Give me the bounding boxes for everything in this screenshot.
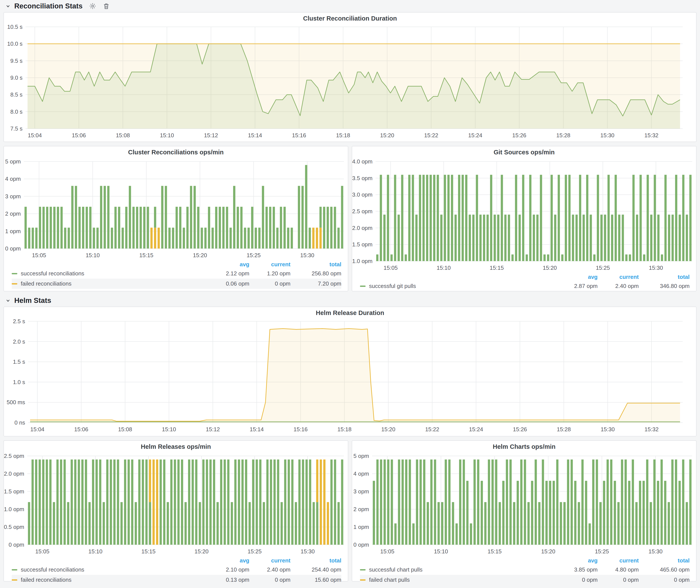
svg-text:8.5 s: 8.5 s	[10, 91, 23, 98]
svg-text:15:22: 15:22	[425, 426, 439, 433]
svg-text:500 ms: 500 ms	[7, 399, 25, 405]
svg-text:15:20: 15:20	[380, 132, 394, 139]
section-header-reconciliation-stats[interactable]: Reconciliation Stats	[3, 0, 697, 12]
helm-release-duration-chart[interactable]: 15:0415:0615:0815:1015:1215:1415:1615:18…	[4, 319, 696, 435]
legend-col-total[interactable]: total	[290, 557, 341, 564]
legend-label[interactable]: successful git pulls	[369, 283, 556, 289]
legend-value-avg: 2.10 opm	[208, 566, 249, 573]
svg-text:15:10: 15:10	[86, 252, 100, 258]
chevron-down-icon	[6, 298, 10, 303]
series-color-dash	[12, 283, 17, 284]
svg-text:15:15: 15:15	[139, 252, 153, 258]
legend: avg current total successful reconciliat…	[4, 556, 348, 585]
legend-col-avg[interactable]: avg	[208, 261, 249, 268]
svg-text:15:10: 15:10	[437, 265, 451, 271]
legend-col-avg[interactable]: avg	[556, 557, 598, 564]
svg-text:15:08: 15:08	[118, 426, 132, 433]
svg-text:15:14: 15:14	[248, 132, 262, 139]
panel-cluster-reconciliation-duration: Cluster Reconciliation Duration 15:0415:…	[3, 12, 697, 142]
legend-label[interactable]: failed chart pulls	[369, 577, 556, 583]
svg-text:15:28: 15:28	[557, 426, 571, 433]
legend-col-total[interactable]: total	[290, 261, 341, 268]
panel-title[interactable]: Helm Releases ops/min	[4, 441, 348, 452]
svg-text:15:08: 15:08	[116, 132, 130, 139]
svg-text:15:10: 15:10	[162, 426, 176, 433]
svg-text:1.5 opm: 1.5 opm	[4, 488, 24, 495]
git-sources-chart[interactable]: 15:0515:1015:1515:2015:2515:304.0 opm3.5…	[352, 158, 696, 272]
series-color-dash	[12, 273, 17, 274]
legend-value-total: 346.80 opm	[639, 283, 690, 289]
cluster-reconciliations-chart[interactable]: 15:0515:1015:1515:2015:2515:305 opm4 opm…	[4, 158, 348, 260]
svg-text:9.0 s: 9.0 s	[10, 74, 23, 81]
chevron-down-icon	[6, 4, 10, 8]
legend-row: successful reconciliations 2.10 opm 2.40…	[12, 565, 341, 575]
svg-text:15:25: 15:25	[596, 265, 610, 271]
helm-releases-chart[interactable]: 15:0515:1015:1515:2015:2515:302.5 opm2.0…	[4, 452, 348, 556]
svg-text:2.0 s: 2.0 s	[13, 338, 25, 345]
trash-icon[interactable]	[103, 3, 110, 10]
panel-helm-charts-opm: Helm Charts ops/min 15:0515:1015:1515:20…	[352, 440, 697, 582]
section-header-helm-stats[interactable]: Helm Stats	[3, 294, 697, 307]
series-color-dash	[360, 579, 366, 581]
legend: avg current total successful reconciliat…	[4, 260, 348, 291]
legend-value-current: 2.40 opm	[598, 283, 639, 289]
legend: avg current total successful chart pulls…	[352, 556, 696, 585]
panel-helm-release-duration: Helm Release Duration 15:0415:0615:0815:…	[3, 307, 697, 436]
svg-text:15:30: 15:30	[300, 252, 314, 258]
legend-value-current: 0 opm	[598, 577, 639, 583]
section-title: Reconciliation Stats	[14, 2, 82, 10]
svg-text:15:30: 15:30	[600, 132, 615, 139]
svg-text:0 opm: 0 opm	[5, 245, 21, 252]
svg-text:15:15: 15:15	[141, 548, 155, 555]
legend-value-current: 4.80 opm	[598, 566, 639, 573]
svg-text:3 opm: 3 opm	[5, 193, 21, 200]
legend-row: failed chart pulls 0 opm 0 opm 0 opm	[360, 575, 690, 585]
legend-col-total[interactable]: total	[639, 557, 690, 564]
panel-title[interactable]: Git Sources ops/min	[352, 146, 696, 158]
svg-text:0 opm: 0 opm	[353, 541, 369, 548]
legend-value-current: 2.40 opm	[249, 566, 290, 573]
svg-text:15:32: 15:32	[645, 426, 659, 433]
legend-label[interactable]: successful reconciliations	[21, 566, 208, 573]
panel-title[interactable]: Helm Release Duration	[4, 307, 696, 319]
legend-col-avg[interactable]: avg	[208, 557, 249, 564]
legend-label[interactable]: failed reconciliations	[21, 577, 208, 583]
helm-charts-chart[interactable]: 15:0515:1015:1515:2015:2515:305 opm4 opm…	[352, 452, 696, 556]
cluster-reconciliation-duration-chart[interactable]: 15:0415:0615:0815:1015:1215:1415:1615:18…	[4, 24, 696, 141]
series-color-dash	[12, 579, 17, 581]
svg-text:15:05: 15:05	[35, 548, 49, 555]
svg-text:15:30: 15:30	[648, 548, 663, 555]
legend-label[interactable]: failed reconciliations	[21, 280, 208, 287]
panel-title[interactable]: Cluster Reconciliations ops/min	[4, 146, 348, 158]
gear-icon[interactable]	[89, 2, 96, 10]
legend-row: successful git pulls 2.87 opm 2.40 opm 3…	[360, 281, 690, 291]
svg-text:3.5 opm: 3.5 opm	[352, 175, 373, 181]
legend-col-current[interactable]: current	[249, 261, 290, 268]
svg-text:15:05: 15:05	[32, 252, 46, 258]
legend-label[interactable]: successful chart pulls	[369, 566, 556, 573]
legend-col-current[interactable]: current	[598, 557, 639, 564]
svg-text:1.5 s: 1.5 s	[13, 359, 25, 365]
legend-value-avg: 2.87 opm	[556, 283, 598, 289]
svg-text:0 opm: 0 opm	[9, 541, 24, 548]
legend-col-current[interactable]: current	[598, 274, 639, 280]
legend-value-avg: 0.06 opm	[208, 280, 249, 287]
legend-col-current[interactable]: current	[249, 557, 290, 564]
svg-text:15:25: 15:25	[247, 252, 261, 258]
legend-col-total[interactable]: total	[639, 274, 690, 280]
svg-text:3.0 opm: 3.0 opm	[352, 191, 373, 198]
svg-text:15:24: 15:24	[468, 132, 482, 139]
legend-value-current: 0 opm	[249, 577, 290, 583]
svg-text:7.5 s: 7.5 s	[10, 125, 23, 132]
panel-title[interactable]: Cluster Reconciliation Duration	[4, 13, 696, 24]
svg-text:3 opm: 3 opm	[353, 488, 369, 495]
series-color-dash	[360, 286, 366, 287]
svg-text:1.5 opm: 1.5 opm	[352, 241, 373, 248]
legend-value-avg: 3.85 opm	[556, 566, 598, 573]
legend-label[interactable]: successful reconciliations	[21, 270, 208, 277]
panel-cluster-reconciliations-opm: Cluster Reconciliations ops/min 15:0515:…	[3, 146, 348, 291]
svg-text:15:12: 15:12	[204, 132, 218, 139]
svg-text:10.0 s: 10.0 s	[7, 40, 23, 47]
panel-title[interactable]: Helm Charts ops/min	[352, 441, 696, 452]
legend-col-avg[interactable]: avg	[556, 274, 598, 280]
